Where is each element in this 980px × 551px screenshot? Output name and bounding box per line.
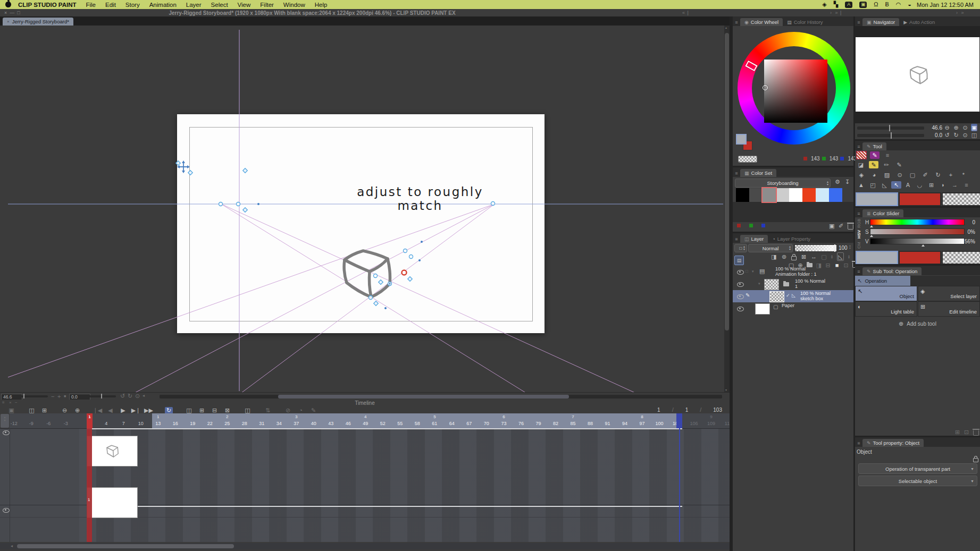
- cel-thumbnail-1[interactable]: [87, 436, 138, 467]
- ruler-frame-109[interactable]: 109: [705, 421, 717, 426]
- collapse-chevron-icon[interactable]: ▾: [758, 282, 760, 285]
- zoom-reset-button[interactable]: ■: [64, 394, 66, 398]
- lock-layer-icon[interactable]: [791, 253, 797, 260]
- bluetooth-icon[interactable]: Ƀ: [885, 2, 889, 7]
- reference-layer-icon[interactable]: ⊛: [781, 253, 787, 260]
- blend-mode-select[interactable]: Normal▴▾: [748, 244, 793, 252]
- ruler-frame-94[interactable]: 94: [618, 421, 631, 426]
- ruler-frame-25[interactable]: 25: [221, 421, 233, 426]
- transparent-swatch[interactable]: [942, 192, 980, 206]
- menu-story[interactable]: Story: [121, 0, 145, 9]
- zoom-out-button[interactable]: −: [51, 394, 54, 400]
- timeline-frame-ruler[interactable]: -12-9-6-31471013161922252831343740434649…: [10, 413, 730, 428]
- ruler-frame-61[interactable]: 61: [428, 421, 441, 426]
- ruler-frame-16[interactable]: 16: [169, 421, 182, 426]
- delete-swatch-icon[interactable]: [848, 224, 853, 230]
- tool-list-icon[interactable]: ≡: [883, 151, 892, 159]
- zoom-in-button[interactable]: +: [57, 394, 61, 400]
- ruler-frame-100[interactable]: 100: [653, 421, 666, 426]
- panel-menu-icon[interactable]: ≡: [855, 143, 862, 150]
- s-value[interactable]: 0%: [961, 229, 975, 235]
- color-swatch-6[interactable]: [816, 188, 829, 202]
- tab-color-set[interactable]: ▦ Color Set: [740, 169, 776, 177]
- vpn-icon[interactable]: ◒: [908, 2, 911, 7]
- end-frame-marker[interactable]: [676, 413, 682, 428]
- tab-color-history[interactable]: ▤ Color History: [783, 18, 827, 26]
- object-tool-icon[interactable]: ↖: [891, 181, 901, 189]
- panel-menu-icon[interactable]: ≡: [855, 19, 862, 26]
- tab-layer-property[interactable]: ◔ Layer Property: [768, 235, 815, 243]
- ruler-frame-19[interactable]: 19: [186, 421, 199, 426]
- zoom-window-icon[interactable]: □: [17, 10, 20, 15]
- marker-tool-icon[interactable]: ✏: [882, 161, 891, 168]
- screenshot-icon[interactable]: ▣: [859, 2, 867, 8]
- main-color-swatch[interactable]: [856, 192, 898, 206]
- ruler-frame--9[interactable]: -9: [25, 421, 38, 426]
- grid-tool-icon[interactable]: ⊞: [926, 181, 936, 189]
- color-swatch-4[interactable]: [789, 188, 802, 202]
- ruler-frame-28[interactable]: 28: [238, 421, 251, 426]
- stepper-icon[interactable]: ▴▾: [831, 255, 833, 259]
- zoom-out-icon[interactable]: ⊖: [944, 124, 950, 131]
- close-tab-icon[interactable]: ×: [7, 19, 10, 24]
- track2-visibility-eye-icon[interactable]: [3, 508, 10, 513]
- layer-filter-select[interactable]: □▴▾: [734, 244, 747, 252]
- zoom-in-icon[interactable]: ⊕: [953, 124, 959, 131]
- ruler-frame-46[interactable]: 46: [342, 421, 355, 426]
- perspective-handles[interactable]: [219, 202, 495, 300]
- canvas-hscroll-thumb[interactable]: [278, 395, 569, 399]
- menu-help[interactable]: Help: [310, 0, 332, 9]
- ruler-frame-91[interactable]: 91: [601, 421, 614, 426]
- timeline-close-icon[interactable]: ×: [9, 401, 12, 405]
- navigator-zoom-slider[interactable]: [857, 126, 924, 130]
- color-swatch-3[interactable]: [776, 188, 789, 202]
- ruler-range-icon[interactable]: ◺: [837, 252, 844, 261]
- track1-visibility-eye-icon[interactable]: [3, 430, 10, 435]
- color-swatch-0[interactable]: [736, 188, 749, 202]
- tab-navigator[interactable]: ▣ Navigator: [862, 18, 899, 26]
- ruler-frame--12[interactable]: -12: [10, 421, 20, 426]
- h-slider[interactable]: [870, 219, 965, 225]
- start-frame[interactable]: 1: [685, 407, 689, 413]
- panel-menu-icon[interactable]: ≡: [855, 210, 862, 217]
- menu-file[interactable]: File: [81, 0, 100, 9]
- rotate-right-icon[interactable]: ↻: [953, 131, 959, 139]
- ruler-frame-76[interactable]: 76: [515, 421, 527, 426]
- s-slider[interactable]: [870, 228, 965, 235]
- airbrush-tool-icon[interactable]: ◕: [869, 171, 880, 179]
- menu-select[interactable]: Select: [206, 0, 233, 9]
- ruler-frame-31[interactable]: 31: [255, 421, 268, 426]
- sub-tool-select-layer[interactable]: ◈Select layer: [918, 286, 980, 301]
- layer-visibility-eye-icon[interactable]: [737, 294, 744, 299]
- document-tab[interactable]: × Jerry-Rigged Storyboard*: [3, 18, 73, 26]
- ruler-frame-106[interactable]: 106: [688, 421, 700, 426]
- color-swatch-5[interactable]: [802, 188, 816, 202]
- collapse-panel-mid-icon[interactable]: › »❘: [830, 10, 844, 15]
- stepper-icon[interactable]: ▴▾: [848, 255, 850, 259]
- ruler-frame-7[interactable]: 7: [117, 421, 130, 426]
- playhead-marker[interactable]: 1: [87, 413, 93, 428]
- pen-tool-icon[interactable]: ✎: [869, 161, 878, 168]
- transparent-part-dropdown[interactable]: Operation of transparent part▼: [858, 463, 977, 474]
- color-swatch-1[interactable]: [749, 188, 763, 202]
- import-color-set-icon[interactable]: ↧: [845, 179, 850, 185]
- zoom-tool-icon[interactable]: ⊙: [894, 171, 905, 179]
- current-frame[interactable]: 1: [657, 407, 660, 413]
- ruler-tool-icon[interactable]: ◺: [880, 181, 890, 189]
- rotate-cw-icon[interactable]: ↻: [128, 393, 132, 399]
- sub-tool-new-icon[interactable]: ⊞: [955, 429, 960, 435]
- sub-tool-list-icon[interactable]: ≡: [961, 181, 971, 189]
- opacity-slider-handle[interactable]: [834, 244, 835, 252]
- app-menu[interactable]: CLIP STUDIO PAINT: [13, 0, 81, 9]
- sub-tool-group-operation[interactable]: ↖ Operation: [855, 276, 910, 286]
- layer-thumbnail[interactable]: [764, 279, 779, 290]
- ruler-frame-64[interactable]: 64: [446, 421, 458, 426]
- ruler-frame--6[interactable]: -6: [42, 421, 55, 426]
- storyboard-group-icon[interactable]: [856, 151, 867, 159]
- ruler-frame--3[interactable]: -3: [60, 421, 72, 426]
- gradient-tool-icon[interactable]: ▨: [882, 171, 892, 179]
- menu-filter[interactable]: Filter: [255, 0, 279, 9]
- end-frame[interactable]: 103: [713, 407, 722, 413]
- opacity-slider[interactable]: [794, 244, 837, 252]
- add-sub-tool-button[interactable]: ⊕ Add sub tool: [855, 321, 980, 327]
